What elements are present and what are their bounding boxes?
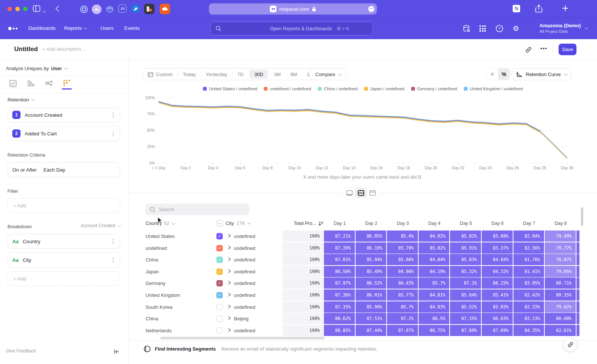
legend-item[interactable]: United Kingdom / undefined bbox=[464, 87, 523, 91]
extension-cloud-icon[interactable] bbox=[160, 4, 170, 14]
retention-value-cell[interactable]: 84.64% bbox=[482, 254, 513, 265]
retention-value-cell[interactable]: 86.43% bbox=[387, 277, 418, 289]
retention-value-cell[interactable]: 85.77% bbox=[387, 289, 418, 301]
retention-value-cell[interactable]: 86.25% bbox=[482, 277, 513, 289]
global-search-input[interactable]: Open Reports & Dashboards ⌘ + K bbox=[210, 22, 373, 35]
vertical-scrollbar[interactable] bbox=[581, 207, 583, 226]
add-breakdown-button[interactable]: + Add bbox=[7, 271, 120, 286]
analyze-uniques-control[interactable]: Analyze Uniques by User bbox=[6, 66, 67, 71]
retention-value-cell[interactable]: 79.62% bbox=[545, 301, 576, 313]
retention-value-cell[interactable]: 85.41% bbox=[482, 289, 513, 301]
browser-sidebar-icon[interactable] bbox=[33, 5, 40, 12]
criteria-each-day[interactable]: Each Day bbox=[43, 167, 65, 173]
retention-value-cell[interactable]: 85.02% bbox=[419, 242, 450, 254]
address-bar[interactable]: mixpanel.com ••• bbox=[209, 3, 377, 15]
retention-value-cell[interactable]: 85.66% bbox=[387, 254, 418, 265]
retention-value-cell[interactable]: 84.81% bbox=[419, 289, 450, 301]
expand-row-icon[interactable] bbox=[228, 293, 231, 296]
step-options-icon[interactable] bbox=[111, 130, 115, 137]
retention-value-cell[interactable]: 84.83% bbox=[419, 301, 450, 313]
breakdown-card-country[interactable]: Aa Country bbox=[7, 234, 120, 249]
copy-link-icon[interactable] bbox=[525, 47, 532, 53]
retention-value-cell[interactable]: 85.91% bbox=[450, 242, 481, 254]
chart-and-table-view-button[interactable] bbox=[355, 188, 367, 198]
retention-value-cell[interactable]: 85.7% bbox=[387, 301, 418, 313]
window-controls[interactable] bbox=[7, 7, 28, 11]
retention-value-cell[interactable]: 87.1% bbox=[450, 277, 481, 289]
horizontal-scrollbar[interactable] bbox=[160, 337, 325, 339]
chevron-down-icon[interactable] bbox=[43, 7, 45, 14]
extension-circle-icon[interactable] bbox=[79, 4, 89, 14]
tab-flows[interactable] bbox=[44, 78, 54, 90]
project-switcher[interactable]: Amazonia {Demo} All Project Data bbox=[540, 23, 587, 34]
breakdown-property[interactable]: Country bbox=[23, 239, 40, 244]
retention-value-cell[interactable]: 87.89% bbox=[450, 325, 481, 336]
retention-value-cell[interactable]: 88.62% bbox=[324, 313, 355, 324]
retention-value-cell[interactable]: 82.04% bbox=[513, 230, 544, 242]
range-yesterday[interactable]: Yesterday bbox=[201, 70, 232, 79]
retention-value-cell[interactable]: 85.08% bbox=[482, 230, 513, 242]
table-search-input[interactable]: Search bbox=[146, 204, 249, 215]
range-today[interactable]: Today bbox=[178, 70, 201, 79]
retention-value-cell[interactable]: 87.07% bbox=[387, 325, 418, 336]
retention-value-cell[interactable]: 87.44% bbox=[356, 325, 387, 336]
retention-value-cell[interactable]: 78.87% bbox=[545, 254, 576, 265]
retention-value-cell[interactable]: 86.58% bbox=[324, 266, 355, 277]
range-7d[interactable]: 7D bbox=[232, 70, 249, 79]
report-title[interactable]: Untitled bbox=[14, 46, 38, 53]
retention-value-cell[interactable]: 80.35% bbox=[545, 289, 576, 301]
help-icon[interactable]: ? bbox=[496, 25, 503, 32]
retention-value-cell[interactable]: 80.71% bbox=[545, 277, 576, 289]
retention-value-cell[interactable]: 87.21% bbox=[324, 230, 355, 242]
retention-value-cell[interactable]: 87.2% bbox=[387, 313, 418, 324]
percentage-toggle[interactable]: % bbox=[498, 69, 510, 80]
retention-value-cell[interactable]: 85.83% bbox=[450, 254, 481, 265]
retention-value-cell[interactable]: 84.92% bbox=[419, 230, 450, 242]
retention-value-cell[interactable]: 85.32% bbox=[450, 266, 481, 277]
range-custom[interactable]: Custom bbox=[143, 70, 178, 79]
breakdown-event-selector[interactable]: Account Created bbox=[81, 223, 120, 228]
criteria-card[interactable]: On or After Each Day bbox=[7, 162, 120, 177]
add-description[interactable]: + Add description... bbox=[42, 46, 85, 52]
legend-item[interactable]: undefined / undefined bbox=[264, 87, 311, 91]
nav-reports[interactable]: Reports bbox=[64, 25, 86, 31]
series-checkbox[interactable] bbox=[216, 304, 223, 310]
expand-row-icon[interactable] bbox=[228, 269, 231, 273]
step-options-icon[interactable] bbox=[111, 112, 115, 119]
settings-gear-icon[interactable]: ⚙ bbox=[513, 24, 519, 33]
expand-row-icon[interactable] bbox=[228, 234, 231, 238]
series-checkbox[interactable]: ✓ bbox=[216, 269, 223, 275]
retention-value-cell[interactable]: 85.82% bbox=[450, 230, 481, 242]
series-checkbox[interactable] bbox=[216, 316, 223, 322]
extension-bird-icon[interactable] bbox=[131, 4, 140, 13]
find-segments-title[interactable]: Find Interesting Segments bbox=[155, 346, 216, 352]
retention-value-cell[interactable]: 85.6% bbox=[387, 230, 418, 242]
legend-item[interactable]: United States / undefined bbox=[203, 87, 257, 91]
back-button[interactable] bbox=[55, 5, 59, 12]
retention-value-cell[interactable]: 86.05% bbox=[356, 230, 387, 242]
share-icon[interactable] bbox=[535, 4, 543, 13]
legend-item[interactable]: Japan / undefined bbox=[364, 87, 404, 91]
retention-value-cell[interactable]: 86.19% bbox=[356, 242, 387, 254]
expand-row-icon[interactable] bbox=[228, 328, 231, 332]
retention-value-cell[interactable]: 85.37% bbox=[482, 242, 513, 254]
step-event-name[interactable]: Added To Cart bbox=[25, 131, 57, 136]
retention-value-cell[interactable]: 87.97% bbox=[324, 277, 355, 289]
series-checkbox[interactable]: ✓ bbox=[216, 245, 223, 251]
retention-value-cell[interactable]: 82.56% bbox=[513, 242, 544, 254]
retention-value-cell[interactable]: 79.77% bbox=[545, 242, 576, 254]
retention-value-cell[interactable]: 85.03% bbox=[482, 301, 513, 313]
breakdown-options-icon[interactable] bbox=[111, 238, 115, 245]
retention-value-cell[interactable]: 86.03% bbox=[482, 313, 513, 324]
day-column-header[interactable]: Day 1 bbox=[324, 221, 356, 226]
select-all-checkbox[interactable]: – bbox=[216, 220, 223, 226]
retention-value-cell[interactable]: 87.39% bbox=[324, 242, 355, 254]
chart-type-selector[interactable]: Retention Curve bbox=[512, 68, 572, 80]
legend-item[interactable]: Germany / undefined bbox=[411, 87, 457, 91]
retention-value-cell[interactable]: 84.32% bbox=[482, 266, 513, 277]
breakdown-options-icon[interactable] bbox=[111, 257, 115, 264]
retention-value-cell[interactable]: 87.35% bbox=[324, 301, 355, 313]
data-management-icon[interactable] bbox=[463, 25, 471, 33]
series-checkbox[interactable]: ✓ bbox=[216, 233, 223, 239]
retention-value-cell[interactable]: 87.01% bbox=[324, 254, 355, 265]
